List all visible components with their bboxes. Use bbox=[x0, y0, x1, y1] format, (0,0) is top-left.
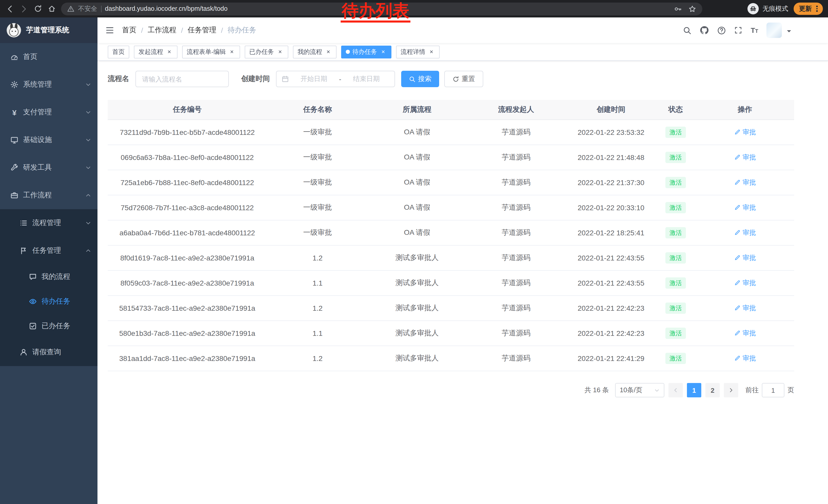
approve-button[interactable]: 审批 bbox=[734, 128, 756, 137]
close-icon[interactable]: × bbox=[380, 48, 387, 55]
cell-created: 2022-01-22 23:53:32 bbox=[566, 120, 656, 145]
divider bbox=[101, 5, 101, 12]
start-date-placeholder: 开始日期 bbox=[291, 74, 337, 84]
breadcrumb-current: 待办任务 bbox=[227, 26, 256, 35]
page-button-1[interactable]: 1 bbox=[687, 383, 701, 397]
logo-avatar bbox=[6, 22, 22, 38]
approve-button[interactable]: 审批 bbox=[734, 153, 756, 162]
tag-label: 首页 bbox=[112, 47, 125, 56]
cell-initiator: 芋道源码 bbox=[466, 195, 566, 220]
approve-button[interactable]: 审批 bbox=[734, 354, 756, 363]
search-button[interactable]: 搜索 bbox=[401, 71, 439, 87]
page-button-2[interactable]: 2 bbox=[705, 383, 720, 397]
pencil-icon bbox=[734, 305, 741, 312]
approve-button[interactable]: 审批 bbox=[734, 253, 756, 263]
search-icon[interactable] bbox=[683, 26, 692, 35]
tag-start-process[interactable]: 发起流程× bbox=[134, 45, 177, 58]
breadcrumb-task-mgmt[interactable]: 任务管理 bbox=[188, 26, 216, 35]
cell-task-name: 一级审批 bbox=[267, 195, 368, 220]
cell-task-id: 580e1b3d-7ac8-11ec-a9e2-a2380e71991a bbox=[108, 321, 267, 346]
cell-task-id: 381aa1dd-7ac8-11ec-a9e2-a2380e71991a bbox=[108, 346, 267, 371]
font-size-icon[interactable]: TT bbox=[751, 26, 758, 34]
cell-task-id: 58154733-7ac8-11ec-a9e2-a2380e71991a bbox=[108, 295, 267, 321]
cell-task-id: 8f0d1619-7ac8-11ec-a9e2-a2380e71991a bbox=[108, 245, 267, 270]
monitor-icon bbox=[10, 136, 18, 144]
header-initiator: 流程发起人 bbox=[466, 100, 566, 120]
approve-label: 审批 bbox=[743, 178, 756, 187]
sidebar-item-process-mgmt[interactable]: 流程管理 bbox=[0, 209, 97, 237]
pencil-icon bbox=[734, 355, 741, 362]
forward-icon[interactable] bbox=[17, 2, 31, 16]
sidebar-item-infra[interactable]: 基础设施 bbox=[0, 126, 97, 154]
cell-created: 2022-01-22 21:37:30 bbox=[566, 170, 656, 195]
approve-label: 审批 bbox=[743, 354, 756, 363]
sidebar-item-home[interactable]: 首页 bbox=[0, 43, 97, 71]
sidebar-item-devtools[interactable]: 研发工具 bbox=[0, 154, 97, 182]
star-icon[interactable] bbox=[689, 5, 696, 12]
tag-my-process[interactable]: 我的流程× bbox=[293, 45, 336, 58]
next-page-button[interactable] bbox=[724, 383, 738, 397]
approve-button[interactable]: 审批 bbox=[734, 329, 756, 338]
tag-label: 流程表单-编辑 bbox=[187, 47, 226, 56]
sidebar-item-system[interactable]: 系统管理 bbox=[0, 71, 97, 98]
app-logo[interactable]: 芋道管理系统 bbox=[0, 17, 97, 43]
approve-button[interactable]: 审批 bbox=[734, 178, 756, 187]
pagination: 共 16 条 10条/页 1 2 前往 页 bbox=[108, 383, 794, 397]
table-row: 8f059c03-7ac8-11ec-a9e2-a2380e71991a 1.1… bbox=[108, 270, 794, 295]
close-icon[interactable]: × bbox=[166, 48, 173, 55]
approve-button[interactable]: 审批 bbox=[734, 304, 756, 313]
back-icon[interactable] bbox=[3, 2, 17, 16]
sidebar-item-payment[interactable]: ¥ 支付管理 bbox=[0, 98, 97, 126]
github-icon[interactable] bbox=[700, 26, 709, 35]
key-icon[interactable] bbox=[674, 5, 682, 12]
page-size-select[interactable]: 10条/页 bbox=[615, 383, 664, 397]
sidebar-item-todo-tasks[interactable]: 待办任务 bbox=[0, 289, 97, 314]
avatar[interactable] bbox=[767, 22, 782, 38]
table-row: 75d72608-7b7f-11ec-a3c8-acde48001122 一级审… bbox=[108, 195, 794, 220]
refresh-icon bbox=[452, 76, 459, 82]
sidebar-item-my-process[interactable]: 我的流程 bbox=[0, 265, 97, 289]
tag-done-tasks[interactable]: 已办任务× bbox=[245, 45, 288, 58]
tag-home[interactable]: 首页 bbox=[108, 45, 129, 58]
hamburger-icon[interactable] bbox=[97, 26, 122, 35]
sidebar-item-done-tasks[interactable]: 已办任务 bbox=[0, 314, 97, 338]
cell-task-id: 73211d9d-7b9b-11ec-b5b7-acde48001122 bbox=[108, 120, 267, 145]
eye-icon bbox=[29, 297, 37, 306]
sidebar-item-task-mgmt[interactable]: 任务管理 bbox=[0, 237, 97, 265]
close-icon[interactable]: × bbox=[428, 48, 435, 55]
process-name-input[interactable] bbox=[135, 71, 229, 87]
goto-page-input[interactable] bbox=[762, 383, 784, 397]
cell-process: 测试多审批人 bbox=[368, 270, 466, 295]
reset-button[interactable]: 重置 bbox=[444, 71, 483, 87]
chevron-down-icon[interactable] bbox=[787, 30, 791, 34]
close-icon[interactable]: × bbox=[325, 48, 332, 55]
cell-task-name: 一级审批 bbox=[267, 170, 368, 195]
prev-page-button[interactable] bbox=[668, 383, 683, 397]
status-badge: 激活 bbox=[665, 252, 686, 264]
approve-button[interactable]: 审批 bbox=[734, 203, 756, 212]
update-button[interactable]: 更新 bbox=[794, 3, 823, 15]
help-icon[interactable] bbox=[717, 26, 726, 35]
pencil-icon bbox=[734, 204, 741, 211]
yen-icon: ¥ bbox=[10, 108, 18, 117]
close-icon[interactable]: × bbox=[277, 48, 284, 55]
approve-button[interactable]: 审批 bbox=[734, 278, 756, 288]
home-icon[interactable] bbox=[45, 2, 58, 16]
breadcrumb-workflow[interactable]: 工作流程 bbox=[148, 26, 176, 35]
tag-process-detail[interactable]: 流程详情× bbox=[396, 45, 440, 58]
cell-created: 2022-01-21 22:42:23 bbox=[566, 321, 656, 346]
sidebar-item-leave-query[interactable]: 请假查询 bbox=[0, 338, 97, 366]
app-title: 芋道管理系统 bbox=[26, 26, 69, 35]
page-content: 流程名 创建时间 开始日期 - 结束日期 搜索 bbox=[97, 61, 828, 504]
close-icon[interactable]: × bbox=[228, 48, 236, 55]
breadcrumb-home[interactable]: 首页 bbox=[122, 26, 136, 35]
sidebar-item-workflow[interactable]: 工作流程 bbox=[0, 182, 97, 209]
tag-form-edit[interactable]: 流程表单-编辑× bbox=[182, 45, 240, 58]
date-range-picker[interactable]: 开始日期 - 结束日期 bbox=[276, 71, 395, 87]
tag-todo-tasks[interactable]: 待办任务× bbox=[341, 45, 391, 58]
fullscreen-icon[interactable] bbox=[734, 26, 743, 34]
refresh-icon[interactable] bbox=[31, 2, 45, 16]
tag-label: 流程详情 bbox=[401, 47, 425, 56]
browser-menu-icon[interactable] bbox=[817, 6, 818, 12]
approve-button[interactable]: 审批 bbox=[734, 228, 756, 237]
